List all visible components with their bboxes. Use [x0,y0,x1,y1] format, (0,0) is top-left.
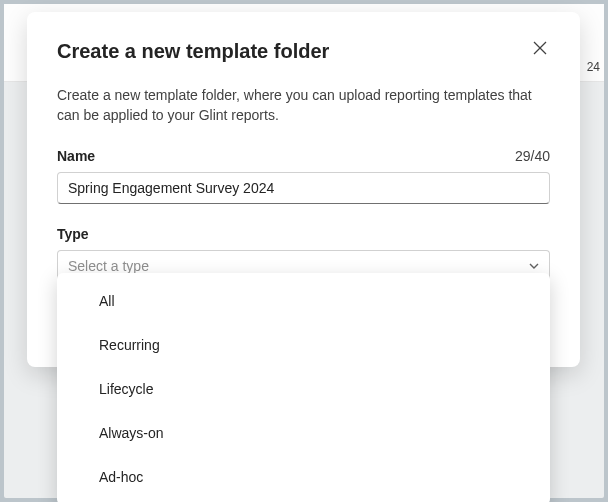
dropdown-option-lifecycle[interactable]: Lifecycle [57,367,550,411]
dropdown-option-recurring[interactable]: Recurring [57,323,550,367]
dropdown-option-ad-hoc[interactable]: Ad-hoc [57,455,550,499]
name-field-block: Name 29/40 [57,148,550,204]
modal-title: Create a new template folder [57,40,329,63]
modal-header: Create a new template folder [57,40,550,63]
close-button[interactable] [530,38,550,58]
backdrop-peek-text: 24 [587,60,600,74]
type-label-row: Type [57,226,550,242]
dropdown-option-all[interactable]: All [57,279,550,323]
dropdown-option-always-on[interactable]: Always-on [57,411,550,455]
name-field-label: Name [57,148,95,164]
type-dropdown-listbox: All Recurring Lifecycle Always-on Ad-hoc [57,273,550,502]
name-char-count: 29/40 [515,148,550,164]
close-icon [533,41,547,55]
type-field-label: Type [57,226,89,242]
modal-description: Create a new template folder, where you … [57,85,550,126]
name-input[interactable] [57,172,550,204]
type-select-placeholder: Select a type [68,258,149,274]
name-label-row: Name 29/40 [57,148,550,164]
